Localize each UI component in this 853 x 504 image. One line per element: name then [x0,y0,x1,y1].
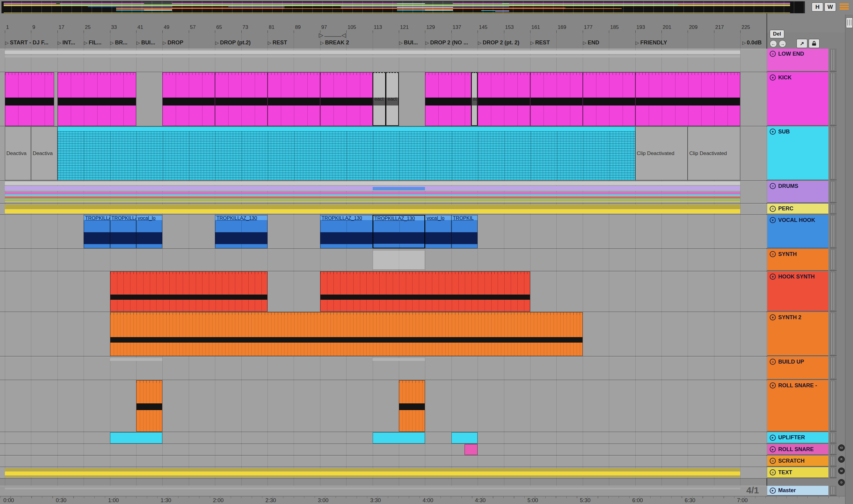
delete-button[interactable]: Del [770,30,784,38]
loop-start-marker-icon[interactable]: ▷ [319,32,324,39]
loop-end-marker-icon[interactable]: ◁ [341,32,346,39]
locator-rest[interactable]: ▷REST [268,39,287,46]
clip-vocal-hook-33[interactable]: TROPKILLAZ_130 [110,215,136,248]
track-header-roll-snare[interactable]: ▸ROLL SNARE [767,444,828,455]
scrollbar-grip-icon[interactable] [846,18,853,28]
unfold-track-icon[interactable]: ▾ [770,382,776,389]
bar-number-33[interactable]: 33 [111,24,117,31]
group-track-icon[interactable]: ≡ [770,183,776,189]
bar-number-201[interactable]: 201 [663,24,671,31]
lock-envelopes-button[interactable] [809,39,820,48]
clip-kick-49[interactable] [162,72,215,126]
group-track-icon[interactable]: ≡ [770,51,776,57]
bar-number-217[interactable]: 217 [715,24,724,31]
next-locator-button[interactable]: → [779,40,786,48]
bar-number-9[interactable]: 9 [32,24,35,31]
locator-bui-[interactable]: ▷BUI... [137,39,155,46]
locator-br-[interactable]: ▷BR... [110,39,128,46]
bar-number-41[interactable]: 41 [138,24,143,31]
bar-number-129[interactable]: 129 [426,24,435,31]
track-header-synth-2[interactable]: ▾SYNTH 2 [767,312,828,356]
clip-roll-snare-141[interactable] [465,444,477,455]
locator-end[interactable]: ▷END [583,39,599,46]
clip-kick-177[interactable] [583,72,635,126]
lane-roll-snare[interactable] [0,444,767,455]
track-header-vocal-hook[interactable]: ▾VOCAL HOOK [767,215,828,248]
clip-kick-145[interactable] [477,72,530,126]
bar-number-225[interactable]: 225 [741,24,750,31]
clip-uplifter-137[interactable] [451,432,477,444]
bar-number-209[interactable]: 209 [689,24,697,31]
bar-number-17[interactable]: 17 [59,24,65,31]
bar-number-1[interactable]: 1 [6,24,9,31]
track-header-hook-synth[interactable]: ▾HOOK SYNTH [767,271,828,311]
locator-int-[interactable]: ▷INT... [58,39,75,46]
locator-start-dj-f-[interactable]: ▷START - DJ F... [5,39,48,46]
mixer-section-toggle-io[interactable]: IO [838,445,845,451]
track-header-roll-snare-long[interactable]: ▾ROLL SNARE - [767,380,828,432]
bar-number-185[interactable]: 185 [610,24,619,31]
clip-uplifter-33[interactable] [110,432,163,444]
group-track-icon[interactable]: ≡ [770,469,776,475]
bar-number-49[interactable]: 49 [164,24,169,31]
track-header-scratch[interactable]: ≡SCRATCH [767,456,828,467]
bar-number-81[interactable]: 81 [269,24,274,31]
clip-vocal-hook-97[interactable]: TROPKILLAZ_130 [320,215,373,248]
mixer-section-toggle-r[interactable]: R [838,456,845,463]
group-track-icon[interactable]: ≡ [770,458,776,464]
menu-icon[interactable] [840,2,849,12]
clip-vocal-hook-113[interactable]: TROPKILLAZ_130 [373,215,425,248]
clip-synth-2-33[interactable] [110,312,583,356]
track-header-drums[interactable]: ≡DRUMS [767,181,828,203]
clip-vocal-hook-129[interactable]: vocal_lo [425,215,451,248]
clip-hook-synth-97[interactable] [320,271,530,311]
unfold-track-icon[interactable]: ▾ [770,217,776,223]
clip-kick-193[interactable] [635,72,741,126]
bar-number-161[interactable]: 161 [531,24,540,31]
bar-number-89[interactable]: 89 [295,24,301,31]
clip-kick-1[interactable] [5,72,54,126]
locator-friendly[interactable]: ▷FRIENDLY [636,39,667,46]
bar-number-145[interactable]: 145 [479,24,487,31]
bar-number-25[interactable]: 25 [85,24,91,31]
track-header-kick[interactable]: ▾KICK [767,72,828,126]
clip-kick-143[interactable]: act [471,72,478,126]
bar-number-193[interactable]: 193 [637,24,645,31]
bar-number-169[interactable]: 169 [558,24,566,31]
track-header-sub[interactable]: ▾SUB [767,126,828,180]
prev-locator-button[interactable]: ← [770,40,777,48]
locator-bui-[interactable]: ▷BUI... [399,39,418,46]
show-hide-tracks-h-button[interactable]: H [812,2,823,12]
bar-number-97[interactable]: 97 [321,24,327,31]
group-track-icon[interactable]: ≡ [770,359,776,365]
clip-uplifter-113[interactable] [373,432,425,444]
clip-vocal-hook-41[interactable]: vocal_lo [136,215,162,248]
clip-kick-65[interactable] [215,72,268,126]
clip-hook-synth-33[interactable] [110,271,268,311]
clip-vocal-hook-25[interactable]: TROPKILLAZ_130 [84,215,110,248]
clip-kick-113[interactable]: eact [373,72,386,126]
track-header-text[interactable]: ≡TEXT [767,467,828,478]
clip-sub-17[interactable] [57,126,635,180]
show-hide-tracks-w-button[interactable]: W [824,2,836,12]
bar-number-65[interactable]: 65 [216,24,222,31]
bar-number-73[interactable]: 73 [242,24,248,31]
clip-kick-129[interactable] [425,72,471,126]
clip-kick-81[interactable] [268,72,320,126]
clip-sub-193[interactable]: Clip Deactivated [635,126,688,180]
track-header-build-up[interactable]: ≡BUILD UP [767,357,828,380]
locator-drop-pt-2-[interactable]: ▷DROP (pt.2) [215,39,251,46]
clip-sub-209[interactable]: Clip Deactivated [688,126,740,180]
group-track-icon[interactable]: ≡ [770,206,776,212]
track-header-perc[interactable]: ≡PERC [767,204,828,214]
unfold-track-icon[interactable]: ▾ [770,314,776,320]
track-header-master[interactable]: ▸Master [767,486,828,496]
clip-kick-97[interactable] [320,72,373,126]
clip-roll-snare-long-121[interactable] [399,380,425,432]
clip-kick-17[interactable] [57,72,136,126]
bar-number-105[interactable]: 105 [347,24,356,31]
mixer-section-toggle-m[interactable]: M [838,468,845,474]
bar-number-177[interactable]: 177 [584,24,593,31]
locator-rest[interactable]: ▷REST [530,39,550,46]
clip-kick-117[interactable]: eact [386,72,399,126]
